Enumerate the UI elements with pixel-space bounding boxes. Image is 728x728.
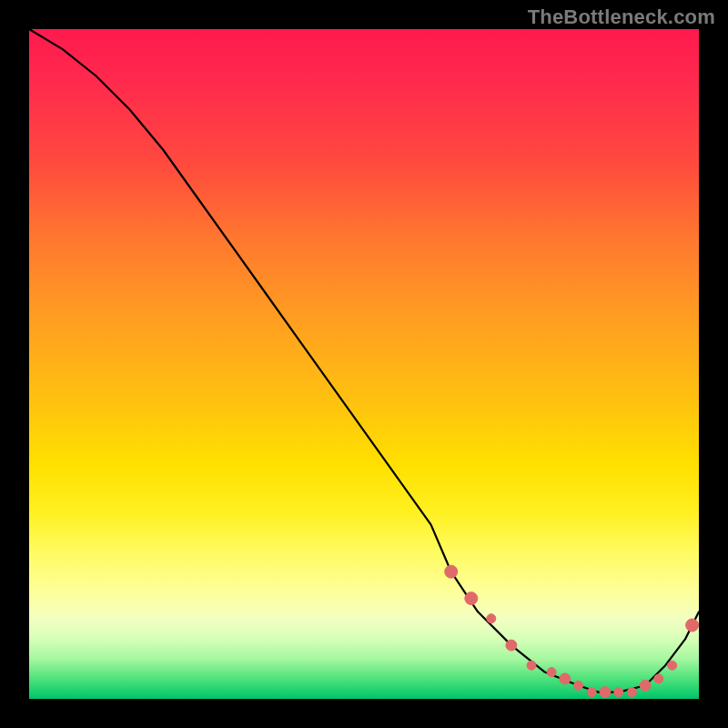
highlight-dot (560, 673, 571, 684)
highlight-dot (574, 681, 583, 690)
highlight-dot (686, 619, 699, 632)
highlight-dot (640, 680, 651, 691)
highlight-dots (445, 565, 699, 697)
highlight-dot (668, 661, 677, 670)
plot-area (29, 29, 699, 699)
highlight-dot (547, 668, 556, 677)
highlight-dot (445, 565, 458, 578)
highlight-dot (627, 688, 636, 697)
highlight-dot (654, 674, 663, 683)
highlight-dot (600, 687, 611, 698)
highlight-dot (506, 640, 517, 651)
highlight-dot (614, 688, 623, 697)
highlight-dot (465, 592, 478, 605)
highlight-dot (487, 614, 496, 623)
bottleneck-curve (29, 29, 699, 693)
chart-stage: TheBottleneck.com (0, 0, 728, 728)
highlight-dot (587, 688, 596, 697)
curve-overlay (29, 29, 699, 699)
highlight-dot (527, 661, 536, 670)
watermark-text: TheBottleneck.com (528, 5, 715, 29)
